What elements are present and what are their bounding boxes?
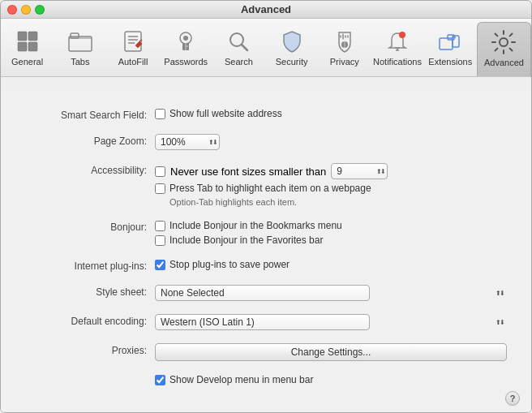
smart-search-checkbox-row: Show full website address xyxy=(155,108,507,119)
style-sheet-select[interactable]: None Selected xyxy=(155,285,370,301)
svg-line-34 xyxy=(496,33,498,36)
settings-form: Smart Search Field: Show full website ad… xyxy=(1,92,531,413)
toolbar-label-autofill: AutoFill xyxy=(118,57,148,67)
internet-plugins-controls: Stop plug-ins to save power xyxy=(155,259,507,270)
accessibility-fontsize-row: Never use font sizes smaller than 9 10 1… xyxy=(155,163,507,179)
accessibility-label: Accessibility: xyxy=(25,163,155,176)
accessibility-fontsize-label: Never use font sizes smaller than xyxy=(170,166,326,178)
toolbar-item-autofill[interactable]: AutoFill xyxy=(106,22,159,76)
toolbar-label-extensions: Extensions xyxy=(428,57,472,67)
toolbar-item-security[interactable]: Security xyxy=(265,22,318,76)
style-sheet-label: Style sheet: xyxy=(25,285,155,298)
default-encoding-row: Default encoding: Western (ISO Latin 1) … xyxy=(25,314,507,330)
page-zoom-controls: 75% 85% 90% 95% 100% 110% 125% 150% xyxy=(155,134,507,150)
page-zoom-select-wrapper: 75% 85% 90% 95% 100% 110% 125% 150% xyxy=(155,134,220,150)
svg-rect-1 xyxy=(28,32,37,41)
smart-search-checkbox-label: Show full website address xyxy=(169,108,282,119)
smart-search-row: Smart Search Field: Show full website ad… xyxy=(25,108,507,121)
close-button[interactable] xyxy=(7,5,17,15)
search-icon xyxy=(225,28,251,54)
toolbar-item-notifications[interactable]: Notifications xyxy=(371,22,423,76)
toolbar-item-passwords[interactable]: Passwords xyxy=(160,22,212,76)
page-zoom-select[interactable]: 75% 85% 90% 95% 100% 110% 125% 150% xyxy=(155,134,220,150)
toolbar-label-general: General xyxy=(11,57,43,67)
page-zoom-controls-row: 75% 85% 90% 95% 100% 110% 125% 150% xyxy=(155,134,507,150)
svg-line-37 xyxy=(496,48,498,50)
develop-menu-label-text: Show Develop menu in menu bar xyxy=(169,374,313,385)
svg-rect-2 xyxy=(18,42,27,51)
develop-menu-label xyxy=(25,374,155,376)
default-encoding-label: Default encoding: xyxy=(25,314,155,327)
smart-search-checkbox[interactable] xyxy=(155,109,165,119)
help-button[interactable]: ? xyxy=(505,391,520,406)
style-sheet-controls: None Selected xyxy=(155,285,507,301)
internet-plugins-row: Internet plug-ins: Stop plug-ins to save… xyxy=(25,259,507,272)
page-zoom-label: Page Zoom: xyxy=(25,134,155,147)
bonjour-favorites-checkbox[interactable] xyxy=(155,235,165,246)
toolbar-label-privacy: Privacy xyxy=(330,57,359,67)
svg-point-24 xyxy=(399,32,405,38)
toolbar-label-notifications: Notifications xyxy=(373,57,422,67)
toolbar-item-tabs[interactable]: Tabs xyxy=(54,22,106,76)
toolbar-item-search[interactable]: Search xyxy=(212,22,265,76)
toolbar: General Tabs AutoFill xyxy=(1,19,531,77)
proxies-row: Proxies: Change Settings... xyxy=(25,343,507,361)
tabs-icon xyxy=(67,28,93,54)
toolbar-item-advanced[interactable]: Advanced xyxy=(477,22,531,77)
title-bar: Advanced xyxy=(1,1,531,19)
toolbar-item-privacy[interactable]: Privacy xyxy=(318,22,371,76)
accessibility-row: Accessibility: Never use font sizes smal… xyxy=(25,163,507,207)
passwords-icon xyxy=(173,28,199,54)
svg-line-18 xyxy=(242,45,247,50)
accessibility-tab-row: Press Tab to highlight each item on a we… xyxy=(155,183,507,194)
extensions-icon xyxy=(437,28,463,54)
traffic-lights xyxy=(7,5,45,15)
accessibility-controls: Never use font sizes smaller than 9 10 1… xyxy=(155,163,507,207)
svg-point-29 xyxy=(500,38,508,46)
internet-plugins-checkbox[interactable] xyxy=(155,260,165,270)
notifications-icon xyxy=(384,28,410,54)
bonjour-favorites-row: Include Bonjour in the Favorites bar xyxy=(155,234,507,246)
accessibility-fontsize-checkbox[interactable] xyxy=(155,166,165,177)
svg-line-36 xyxy=(510,33,513,36)
default-encoding-select-wrapper: Western (ISO Latin 1) UTF-8 Unicode (UTF… xyxy=(155,314,507,330)
accessibility-tab-label: Press Tab to highlight each item on a we… xyxy=(169,183,371,194)
develop-menu-controls: Show Develop menu in menu bar xyxy=(155,374,507,385)
accessibility-tab-hint: Option-Tab highlights each item. xyxy=(169,197,507,207)
default-encoding-controls: Western (ISO Latin 1) UTF-8 Unicode (UTF… xyxy=(155,314,507,330)
general-icon xyxy=(15,28,41,54)
maximize-button[interactable] xyxy=(35,5,45,15)
smart-search-controls: Show full website address xyxy=(155,108,507,119)
develop-menu-checkbox-row: Show Develop menu in menu bar xyxy=(155,374,507,385)
bonjour-label: Bonjour: xyxy=(25,220,155,233)
accessibility-tab-checkbox[interactable] xyxy=(155,183,165,194)
develop-menu-checkbox[interactable] xyxy=(155,375,165,385)
internet-plugins-label: Internet plug-ins: xyxy=(25,259,155,272)
main-content: Smart Search Field: Show full website ad… xyxy=(1,77,531,413)
bonjour-bookmarks-row: Include Bonjour in the Bookmarks menu xyxy=(155,220,507,231)
internet-plugins-checkbox-row: Stop plug-ins to save power xyxy=(155,259,507,270)
svg-line-35 xyxy=(510,48,513,50)
svg-rect-7 xyxy=(125,32,141,51)
proxies-controls: Change Settings... xyxy=(155,343,507,361)
fontsize-select[interactable]: 9 10 11 12 14 xyxy=(331,163,388,179)
toolbar-item-general[interactable]: General xyxy=(1,22,54,76)
toolbar-item-extensions[interactable]: Extensions xyxy=(424,22,477,76)
proxies-button[interactable]: Change Settings... xyxy=(155,343,507,361)
default-encoding-select[interactable]: Western (ISO Latin 1) UTF-8 Unicode (UTF… xyxy=(155,314,370,330)
advanced-icon xyxy=(491,29,517,55)
svg-point-13 xyxy=(183,36,188,41)
bonjour-row: Bonjour: Include Bonjour in the Bookmark… xyxy=(25,220,507,246)
svg-rect-5 xyxy=(71,33,79,38)
toolbar-label-advanced: Advanced xyxy=(484,58,524,67)
toolbar-label-tabs: Tabs xyxy=(71,57,89,67)
toolbar-label-security: Security xyxy=(276,57,308,67)
toolbar-label-passwords: Passwords xyxy=(164,57,208,67)
bonjour-bookmarks-checkbox[interactable] xyxy=(155,221,165,231)
bonjour-controls: Include Bonjour in the Bookmarks menu In… xyxy=(155,220,507,246)
svg-rect-0 xyxy=(18,32,27,41)
minimize-button[interactable] xyxy=(21,5,31,15)
internet-plugins-label-text: Stop plug-ins to save power xyxy=(169,259,290,270)
smart-search-label: Smart Search Field: xyxy=(25,108,155,121)
autofill-icon xyxy=(120,28,146,54)
